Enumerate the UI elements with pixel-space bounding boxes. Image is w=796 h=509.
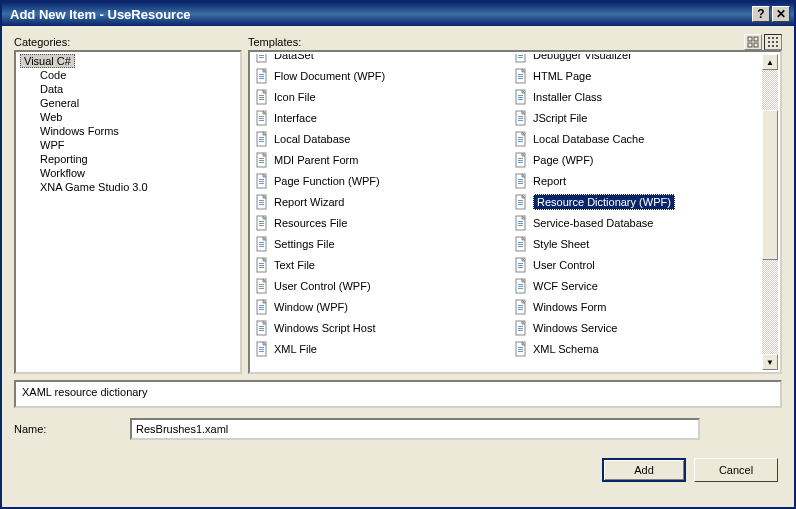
svg-rect-101	[518, 97, 523, 98]
svg-rect-110	[518, 137, 523, 138]
tree-item[interactable]: General	[16, 96, 240, 110]
template-item[interactable]: Interface	[252, 107, 503, 128]
template-label: Icon File	[274, 91, 316, 103]
template-item[interactable]: JScript File	[511, 107, 762, 128]
svg-rect-8	[772, 41, 774, 43]
template-item[interactable]: Windows Form	[511, 296, 762, 317]
svg-rect-155	[518, 326, 523, 327]
template-item[interactable]: Page Function (WPF)	[252, 170, 503, 191]
template-label: Text File	[274, 259, 315, 271]
svg-rect-122	[518, 183, 523, 184]
tree-item[interactable]: Windows Forms	[16, 124, 240, 138]
svg-rect-50	[259, 200, 264, 201]
svg-rect-0	[748, 37, 752, 41]
tree-item[interactable]: Web	[16, 110, 240, 124]
large-icons-button[interactable]	[744, 34, 762, 50]
small-icons-icon	[767, 36, 779, 48]
small-icons-button[interactable]	[764, 34, 782, 50]
svg-rect-2	[748, 43, 752, 47]
close-button[interactable]: ✕	[772, 6, 790, 22]
add-button[interactable]: Add	[602, 458, 686, 482]
cancel-button[interactable]: Cancel	[694, 458, 778, 482]
template-item[interactable]: DataSet	[252, 54, 503, 65]
svg-rect-157	[518, 330, 523, 331]
template-item[interactable]: Windows Service	[511, 317, 762, 338]
svg-rect-72	[259, 288, 264, 289]
template-item[interactable]: Installer Class	[511, 86, 762, 107]
template-item[interactable]: Resource Dictionary (WPF)	[511, 191, 762, 212]
tree-item[interactable]: Reporting	[16, 152, 240, 166]
tree-item[interactable]: Workflow	[16, 166, 240, 180]
template-item[interactable]: Settings File	[252, 233, 503, 254]
svg-rect-117	[518, 162, 523, 163]
template-label: Debugger Visualizer	[533, 54, 632, 61]
file-icon	[513, 68, 529, 84]
template-item[interactable]: Text File	[252, 254, 503, 275]
tree-item[interactable]: Code	[16, 68, 240, 82]
tree-item[interactable]: Data	[16, 82, 240, 96]
scroll-up-button[interactable]: ▲	[762, 54, 778, 70]
categories-tree[interactable]: Visual C#CodeDataGeneralWebWindows Forms…	[14, 50, 242, 374]
svg-rect-75	[259, 305, 264, 306]
svg-rect-55	[259, 221, 264, 222]
template-label: WCF Service	[533, 280, 598, 292]
svg-rect-105	[518, 116, 523, 117]
template-item[interactable]: Report	[511, 170, 762, 191]
svg-rect-85	[259, 347, 264, 348]
template-item[interactable]: Icon File	[252, 86, 503, 107]
scrollbar[interactable]: ▲ ▼	[762, 54, 778, 370]
svg-rect-156	[518, 328, 523, 329]
description-text: XAML resource dictionary	[22, 386, 148, 398]
svg-rect-87	[259, 351, 264, 352]
template-item[interactable]: Debugger Visualizer	[511, 54, 762, 65]
scroll-thumb[interactable]	[762, 110, 778, 260]
svg-rect-5	[772, 37, 774, 39]
svg-rect-161	[518, 349, 523, 350]
svg-rect-11	[772, 45, 774, 47]
file-icon	[254, 173, 270, 189]
svg-rect-17	[259, 57, 264, 58]
template-item[interactable]: MDI Parent Form	[252, 149, 503, 170]
description-box: XAML resource dictionary	[14, 380, 782, 408]
template-item[interactable]: Resources File	[252, 212, 503, 233]
file-icon	[513, 320, 529, 336]
template-item[interactable]: Report Wizard	[252, 191, 503, 212]
template-item[interactable]: WCF Service	[511, 275, 762, 296]
template-item[interactable]: User Control	[511, 254, 762, 275]
template-item[interactable]: Style Sheet	[511, 233, 762, 254]
tree-root[interactable]: Visual C#	[16, 54, 240, 68]
template-label: User Control	[533, 259, 595, 271]
large-icons-icon	[747, 36, 759, 48]
template-item[interactable]: User Control (WPF)	[252, 275, 503, 296]
svg-rect-152	[518, 309, 523, 310]
template-item[interactable]: XML File	[252, 338, 503, 359]
template-item[interactable]: XML Schema	[511, 338, 762, 359]
templates-list[interactable]: DataSetFlow Document (WPF)Icon FileInter…	[248, 50, 782, 374]
help-icon: ?	[757, 7, 764, 21]
scroll-track[interactable]	[762, 70, 778, 354]
file-icon	[254, 341, 270, 357]
file-icon	[254, 320, 270, 336]
template-item[interactable]: Local Database Cache	[511, 128, 762, 149]
scroll-down-button[interactable]: ▼	[762, 354, 778, 370]
svg-rect-31	[259, 118, 264, 119]
file-icon	[254, 278, 270, 294]
template-item[interactable]: Flow Document (WPF)	[252, 65, 503, 86]
template-label: HTML Page	[533, 70, 591, 82]
template-item[interactable]: HTML Page	[511, 65, 762, 86]
template-item[interactable]: Window (WPF)	[252, 296, 503, 317]
template-label: Report	[533, 175, 566, 187]
svg-rect-32	[259, 120, 264, 121]
template-label: Report Wizard	[274, 196, 344, 208]
tree-item[interactable]: XNA Game Studio 3.0	[16, 180, 240, 194]
svg-rect-62	[259, 246, 264, 247]
template-item[interactable]: Service-based Database	[511, 212, 762, 233]
template-label: Resource Dictionary (WPF)	[533, 194, 675, 210]
name-input[interactable]	[130, 418, 700, 440]
tree-item[interactable]: WPF	[16, 138, 240, 152]
template-item[interactable]: Windows Script Host	[252, 317, 503, 338]
template-item[interactable]: Local Database	[252, 128, 503, 149]
help-button[interactable]: ?	[752, 6, 770, 22]
svg-rect-127	[518, 204, 523, 205]
template-item[interactable]: Page (WPF)	[511, 149, 762, 170]
